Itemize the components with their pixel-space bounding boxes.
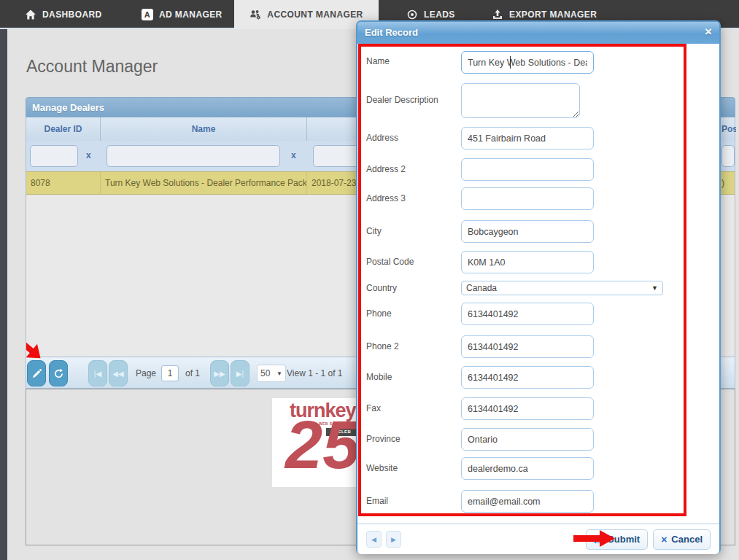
submit-button[interactable]: Submit: [586, 529, 648, 550]
field-label-dealer-description: Dealer Description: [366, 95, 438, 105]
field-label-phone-2: Phone 2: [366, 341, 399, 351]
filter-input-postal[interactable]: [721, 145, 735, 167]
pencil-icon: [31, 368, 42, 379]
arrow-left-icon: ◀: [371, 536, 376, 543]
field-label-mobile: Mobile: [366, 372, 392, 382]
users-gear-icon: [249, 9, 261, 20]
website-field[interactable]: [461, 457, 594, 480]
field-label-country: Country: [366, 283, 397, 293]
cancel-label: Cancel: [671, 534, 703, 545]
country-value: Canada: [466, 283, 497, 293]
dealer-description-field[interactable]: [461, 83, 580, 118]
email-field[interactable]: [461, 490, 594, 513]
field-label-name: Name: [366, 56, 390, 66]
province-field[interactable]: [461, 428, 594, 451]
home-icon: [25, 9, 36, 20]
ad-icon: A: [142, 9, 153, 20]
address-2-field[interactable]: [461, 158, 594, 181]
close-icon[interactable]: ×: [705, 25, 712, 39]
field-label-email: Email: [366, 496, 388, 506]
page-title: Account Manager: [26, 57, 158, 77]
fax-field[interactable]: [461, 397, 594, 420]
tab-ad-manager[interactable]: A AD MANAGER: [131, 0, 233, 29]
field-label-website: Website: [366, 463, 398, 473]
arrow-right-icon: ▶: [391, 536, 396, 543]
modal-footer: ◀ ▶ Submit × Cancel: [357, 524, 719, 554]
field-label-address: Address: [366, 133, 398, 143]
cancel-x-icon: ×: [661, 534, 667, 545]
country-select[interactable]: Canada ▼: [461, 281, 663, 295]
refresh-icon: [53, 368, 64, 379]
col-header-dealer-id[interactable]: Dealer ID: [26, 117, 101, 141]
mobile-field[interactable]: [461, 366, 594, 389]
tab-label: DASHBOARD: [42, 9, 102, 20]
field-label-postal-code: Postal Code: [366, 257, 414, 267]
chevron-down-icon: ▼: [651, 284, 658, 292]
phone-field[interactable]: [461, 303, 594, 325]
filter-input-dealer-id[interactable]: [30, 145, 78, 167]
cancel-button[interactable]: × Cancel: [653, 529, 711, 550]
postal-code-field[interactable]: [461, 251, 594, 273]
field-label-phone: Phone: [366, 308, 392, 319]
filter-input-name[interactable]: [107, 145, 280, 167]
app-screen: DASHBOARD A AD MANAGER ACCOUNT MANAGER L…: [0, 0, 739, 560]
turnkey-logo: turnkey WEB SOLUTIONS CELEB 25: [272, 398, 360, 487]
tab-label: LEADS: [424, 9, 455, 20]
pager-last-button[interactable]: ▶|: [231, 360, 249, 386]
chevron-down-icon: ▼: [276, 370, 282, 377]
name-field[interactable]: [461, 51, 594, 74]
edit-record-modal: Edit Record × Name Dealer Description Ad…: [356, 20, 721, 554]
field-label-address-2: Address 2: [366, 164, 406, 174]
field-label-address-3: Address 3: [366, 193, 406, 203]
field-label-fax: Fax: [366, 403, 381, 413]
submit-label: Submit: [608, 534, 640, 545]
cell-name: Turn Key Web Solutions - Dealer Performa…: [101, 172, 307, 194]
pager-first-button[interactable]: |◀: [88, 360, 107, 386]
export-icon: [492, 9, 503, 20]
pager-prev-button[interactable]: ◀◀: [109, 360, 128, 386]
record-next-button[interactable]: ▶: [386, 531, 401, 548]
pager-view-text: View 1 - 1 of 1: [287, 368, 343, 378]
tab-label: EXPORT MANAGER: [509, 9, 597, 20]
pager-page-label: Page: [136, 368, 156, 378]
record-prev-button[interactable]: ◀: [366, 531, 382, 548]
field-label-city: City: [366, 226, 382, 236]
modal-title: Edit Record: [357, 22, 719, 44]
tab-label: ACCOUNT MANAGER: [267, 9, 363, 20]
tab-label: AD MANAGER: [159, 9, 223, 20]
col-header-postal[interactable]: Post: [720, 117, 736, 141]
pager-next-button[interactable]: ▶▶: [210, 360, 229, 386]
pager-of-label: of 1: [185, 368, 200, 378]
cell-postal-fragment: ): [720, 172, 736, 194]
logo-number: 25: [285, 411, 360, 478]
city-field[interactable]: [461, 220, 594, 243]
cell-dealer-id: 8078: [26, 172, 101, 194]
tab-dashboard[interactable]: DASHBOARD: [15, 0, 112, 29]
filter-clear-name[interactable]: x: [291, 150, 296, 160]
leads-icon: [406, 9, 418, 20]
col-header-name[interactable]: Name: [101, 117, 307, 141]
page-size-select[interactable]: 50 ▼: [257, 365, 286, 382]
field-label-province: Province: [366, 434, 401, 444]
refresh-button[interactable]: [49, 360, 68, 386]
address-3-field[interactable]: [461, 187, 594, 210]
save-icon: [594, 534, 603, 544]
filter-clear-dealer-id[interactable]: x: [86, 150, 91, 160]
phone-2-field[interactable]: [461, 335, 594, 358]
edit-record-button[interactable]: [27, 360, 46, 386]
pager-page-input[interactable]: [161, 365, 179, 381]
left-edge-strip: [0, 29, 7, 560]
text-cursor: [510, 56, 511, 69]
address-field[interactable]: [461, 127, 594, 149]
page-size-value: 50: [260, 368, 270, 378]
